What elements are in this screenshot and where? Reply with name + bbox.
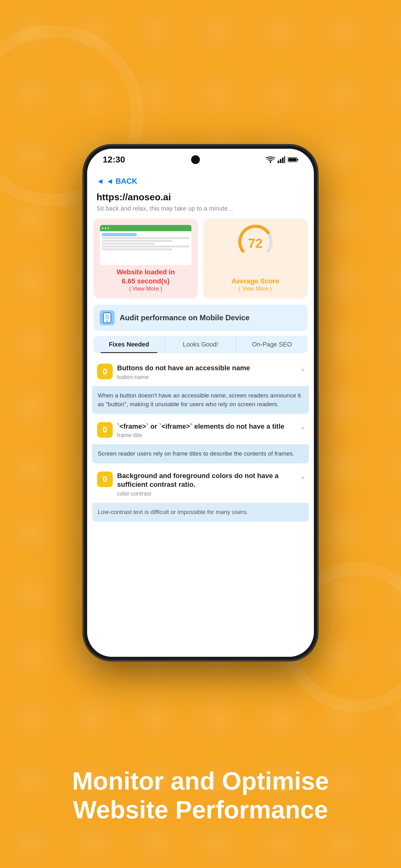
status-time: 12:30 [103, 155, 125, 165]
issue-title-0: Buttons do not have an accessible name [117, 364, 297, 373]
phone-mockup: 12:30 [83, 145, 318, 660]
load-view-more[interactable]: ( View More ) [116, 286, 175, 292]
audit-text: Audit performance on Mobile Device [120, 313, 249, 322]
score-label-text: Average Score [231, 277, 279, 285]
preview-line [102, 248, 172, 250]
load-time-card[interactable]: Website loaded in 6.65 second(s) ( View … [93, 218, 198, 299]
issue-description-2: Low-contrast text is difficult or imposs… [92, 503, 309, 522]
issue-header: 0 Buttons do not have an accessible name… [92, 358, 309, 386]
preview-header [100, 225, 192, 231]
phone-screen: 12:30 [87, 149, 314, 657]
preview-line [102, 243, 155, 245]
issue-chevron-0: › [302, 366, 304, 374]
issue-content: `<frame>` or `<iframe>` elements do not … [117, 422, 297, 439]
tab-looks-label: Looks Good! [183, 341, 218, 348]
issue-badge-2: 0 [97, 471, 113, 487]
preview-line [102, 240, 172, 242]
score-gauge: 72 [237, 225, 274, 262]
issue-subtitle-2: color-contrast [117, 491, 297, 497]
cards-row: Website loaded in 6.65 second(s) ( View … [87, 218, 314, 305]
url-text: https://anoseo.ai [97, 192, 304, 203]
svg-point-0 [270, 161, 271, 163]
website-preview [100, 225, 192, 265]
back-label[interactable]: ◄ BACK [106, 177, 137, 186]
issue-content: Background and foreground colors do not … [117, 471, 297, 497]
tab-seo-label: On-Page SEO [252, 341, 292, 348]
tab-looks-good[interactable]: Looks Good! [165, 336, 236, 353]
load-time-label: Website loaded in 6.65 second(s) [116, 268, 175, 286]
svg-rect-7 [288, 158, 296, 161]
issue-title-2: Background and foreground colors do not … [117, 471, 297, 489]
score-view-more[interactable]: ( View More ) [231, 286, 279, 292]
score-number: 72 [248, 236, 263, 251]
back-arrow: ◄ [97, 177, 104, 186]
issue-subtitle-1: frame-title [117, 432, 297, 439]
signal-icon [278, 156, 285, 163]
tagline-line1: Monitor and Optimise [25, 767, 376, 796]
issue-title-1: `<frame>` or `<iframe>` elements do not … [117, 422, 297, 431]
camera-notch [191, 155, 200, 164]
url-section: https://anoseo.ai Sit back and relax, th… [87, 189, 314, 218]
svg-rect-1 [278, 161, 279, 163]
preview-line [102, 233, 137, 236]
subtitle-text: Sit back and relax, this may take up to … [97, 205, 304, 212]
issue-item[interactable]: 0 Buttons do not have an accessible name… [92, 358, 309, 414]
svg-rect-3 [282, 157, 283, 163]
tagline: Monitor and Optimise Website Performance [0, 767, 401, 824]
issue-header: 0 `<frame>` or `<iframe>` elements do no… [92, 416, 309, 445]
issue-description-0: When a button doesn't have an accessible… [92, 386, 309, 414]
issue-badge-1: 0 [97, 422, 113, 438]
issue-item[interactable]: 0 `<frame>` or `<iframe>` elements do no… [92, 416, 309, 463]
svg-rect-2 [280, 159, 281, 163]
load-value-text: 6.65 second(s) [122, 277, 170, 285]
tab-fixes-label: Fixes Needed [109, 341, 149, 348]
load-label-text: Website loaded in [116, 268, 175, 276]
tagline-text-line2: Website Performance [73, 796, 328, 824]
issue-header: 0 Background and foreground colors do no… [92, 466, 309, 503]
screen-content: ◄ ◄ BACK https://anoseo.ai Sit back and … [87, 170, 314, 657]
mobile-svg [103, 312, 111, 323]
svg-rect-4 [284, 156, 285, 163]
issue-chevron-1: › [302, 424, 304, 432]
tabs: Fixes Needed Looks Good! On-Page SEO [93, 336, 308, 353]
phone-outer: 12:30 [83, 145, 318, 660]
score-label: Average Score [231, 277, 279, 286]
tagline-line2: Website Performance [25, 796, 376, 824]
back-button[interactable]: ◄ ◄ BACK [87, 170, 314, 189]
score-card[interactable]: 72 Average Score ( View More ) [203, 218, 308, 299]
mobile-device-icon [100, 310, 114, 325]
tab-fixes-needed[interactable]: Fixes Needed [93, 336, 165, 353]
svg-point-9 [106, 320, 108, 322]
issue-subtitle-0: button-name [117, 374, 297, 380]
tagline-text-line1: Monitor and Optimise [72, 767, 329, 795]
preview-body [100, 231, 192, 252]
issue-description-1: Screen reader users rely on frame titles… [92, 444, 309, 463]
battery-icon [288, 157, 298, 162]
svg-rect-6 [297, 159, 298, 161]
status-icons [266, 156, 298, 163]
wifi-icon [266, 156, 275, 163]
audit-banner: Audit performance on Mobile Device [93, 305, 308, 331]
issue-badge-0: 0 [97, 364, 113, 379]
preview-line [102, 246, 190, 247]
issues-list: 0 Buttons do not have an accessible name… [87, 358, 314, 522]
svg-rect-10 [105, 314, 109, 320]
preview-line [102, 237, 190, 239]
issue-content: Buttons do not have an accessible name b… [117, 364, 297, 380]
issue-item[interactable]: 0 Background and foreground colors do no… [92, 466, 309, 522]
issue-chevron-2: › [302, 473, 304, 482]
status-bar: 12:30 [87, 149, 314, 170]
tab-onpage-seo[interactable]: On-Page SEO [236, 336, 308, 353]
